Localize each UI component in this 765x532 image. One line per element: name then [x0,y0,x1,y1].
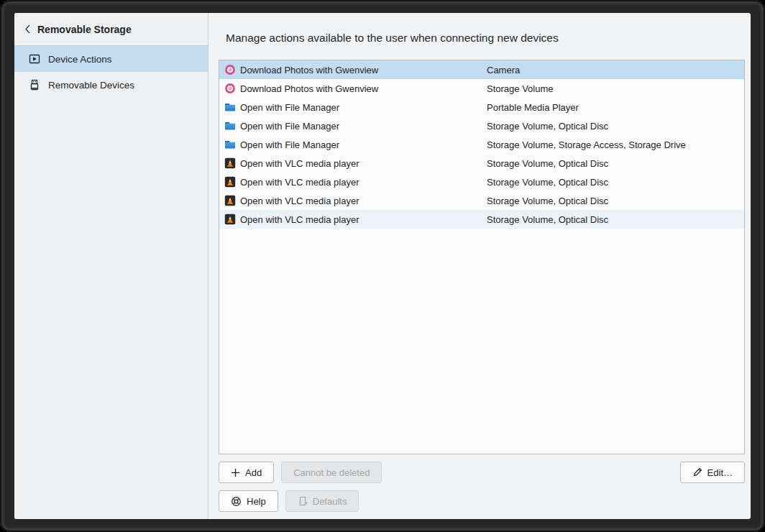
device-types-label: Storage Volume, Storage Access, Storage … [487,139,686,150]
removable-devices-icon [29,79,40,91]
removable-storage-settings-window: Removable Storage Device Actions [14,13,751,519]
action-label: Open with File Manager [240,102,339,113]
device-types-label: Storage Volume, Optical Disc [487,196,608,206]
folder-icon [224,101,236,113]
action-label: Open with VLC media player [240,177,359,188]
action-label: Download Photos with Gwenview [240,83,378,94]
vlc-icon [224,195,236,206]
device-types-label: Camera [487,65,520,75]
vlc-icon [224,214,236,225]
device-types-label: Storage Volume, Optical Disc [487,158,608,169]
action-label: Open with VLC media player [240,158,359,169]
list-item[interactable]: Download Photos with GwenviewCamera [219,60,744,79]
back-button[interactable]: Removable Storage [14,13,208,46]
sidebar-item-label: Device Actions [48,54,112,65]
list-item[interactable]: Open with File ManagerStorage Volume, Op… [219,116,744,135]
action-label: Open with VLC media player [240,196,359,206]
page-title: Manage actions available to the user whe… [226,32,559,45]
device-actions-icon [29,53,40,65]
gwenview-icon [224,83,236,94]
vlc-icon [224,176,236,188]
list-item[interactable]: Open with File ManagerPortable Media Pla… [219,98,744,116]
sidebar-item-label: Removable Devices [48,80,134,91]
list-item[interactable]: Download Photos with GwenviewStorage Vol… [219,79,744,98]
edit-button[interactable]: Edit… [680,462,745,483]
help-button[interactable]: Help [219,490,278,512]
list-item[interactable]: Open with VLC media playerStorage Volume… [219,210,744,229]
plus-icon [231,468,240,477]
action-label: Download Photos with Gwenview [240,65,378,75]
remove-button: Cannot be deleted [281,462,382,483]
device-types-label: Storage Volume, Optical Disc [487,177,608,188]
sidebar-item-removable-devices[interactable]: Removable Devices [14,72,208,98]
pencil-icon [692,467,702,477]
gwenview-icon [224,64,236,75]
defaults-icon [298,496,308,506]
sidebar-item-device-actions[interactable]: Device Actions [14,46,208,72]
defaults-button: Defaults [285,490,359,512]
list-item[interactable]: Open with File ManagerStorage Volume, St… [219,135,744,154]
sidebar: Removable Storage Device Actions [14,13,209,519]
sidebar-title: Removable Storage [37,24,132,35]
action-label: Open with File Manager [240,121,339,132]
device-types-label: Storage Volume, Optical Disc [487,214,608,225]
list-item[interactable]: Open with VLC media playerStorage Volume… [219,191,744,210]
action-label: Open with File Manager [240,139,339,150]
device-types-label: Storage Volume, Optical Disc [487,121,608,132]
folder-icon [224,120,236,132]
help-icon [231,496,242,507]
add-button[interactable]: Add [219,462,274,483]
action-label: Open with VLC media player [240,214,359,225]
vlc-icon [224,157,236,169]
folder-icon [224,139,236,150]
device-types-label: Portable Media Player [487,102,579,113]
device-types-label: Storage Volume [487,83,554,94]
list-item[interactable]: Open with VLC media playerStorage Volume… [219,154,744,173]
main-pane: Manage actions available to the user whe… [209,13,751,519]
device-actions-list[interactable]: Download Photos with GwenviewCameraDownl… [219,60,745,454]
list-item[interactable]: Open with VLC media playerStorage Volume… [219,173,744,191]
back-chevron-icon [24,24,31,34]
